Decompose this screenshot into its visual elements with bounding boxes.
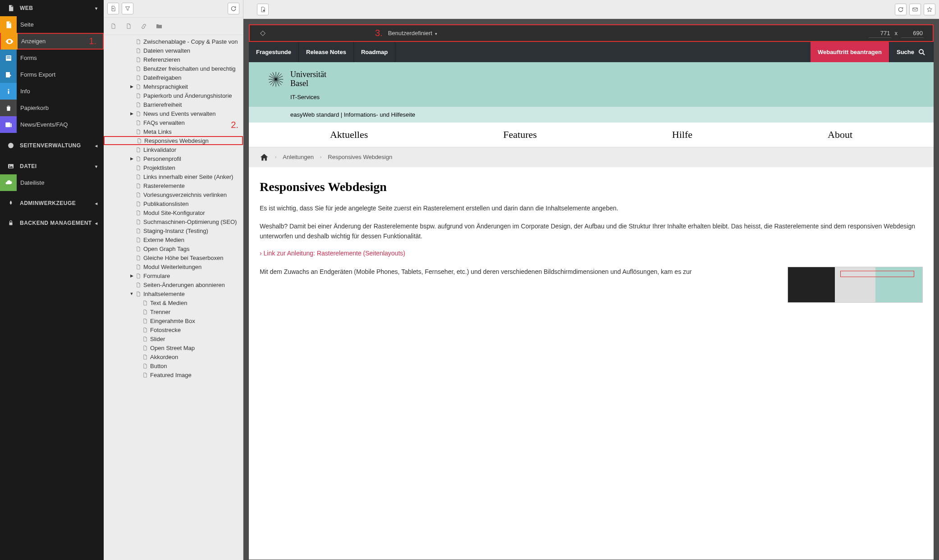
tree-item[interactable]: Open Graph Tags (104, 244, 243, 253)
site-mainnav: Aktuelles Features Hilfe About (249, 123, 934, 147)
new-page-button[interactable] (107, 3, 119, 14)
tree-item[interactable]: Publikationslisten (104, 199, 243, 208)
viewport-mode-select[interactable]: Benutzerdefiniert▾ (388, 30, 437, 36)
sidebar-item-news[interactable]: News/Events/FAQ (0, 116, 104, 133)
file-icon (142, 363, 148, 369)
file-icon (135, 264, 141, 270)
home-icon[interactable] (260, 153, 269, 162)
site-nav: Fragestunde Release Notes Roadmap Webauf… (249, 42, 934, 62)
mainnav-aktuelles[interactable]: Aktuelles (330, 129, 368, 141)
sidebar-section-adminwerkzeuge[interactable]: ADMINWERKZEUGE ◂ (0, 196, 104, 211)
mail-button[interactable] (909, 4, 921, 15)
breadcrumb-item[interactable]: Anleitungen (283, 154, 314, 160)
open-page-button[interactable] (257, 4, 269, 15)
tree-item[interactable]: Eingerahmte Box (104, 316, 243, 325)
tree-item[interactable]: Gleiche Höhe bei Teaserboxen (104, 253, 243, 262)
sidebar-item-forms[interactable]: Forms (0, 50, 104, 66)
tree-item[interactable]: Featured Image (104, 370, 243, 379)
tree-item[interactable]: Externe Medien (104, 235, 243, 244)
viewport-height-input[interactable] (901, 29, 924, 38)
tree-item[interactable]: ▶News und Events verwalten (104, 109, 243, 118)
tree-item[interactable]: Meta Links (104, 127, 243, 136)
tree-item[interactable]: Dateifreigaben (104, 73, 243, 82)
tree-item[interactable]: Modul Site-Konfigurator (104, 208, 243, 217)
sidebar-item-seite[interactable]: Seite (0, 16, 104, 33)
sidebar-section-seitenverwaltung[interactable]: SEITENVERWALTUNG ◂ (0, 137, 104, 154)
content-link[interactable]: Link zur Anleitung: Rasterelemente (Seit… (260, 250, 405, 257)
tree-item[interactable]: ▶Personenprofil (104, 154, 243, 163)
viewport-width-input[interactable] (869, 29, 891, 38)
tree-item[interactable]: ▶Formulare (104, 271, 243, 280)
sidebar-item-dateiliste[interactable]: Dateiliste (0, 174, 104, 191)
tree-expander[interactable]: ▶ (128, 156, 135, 161)
tree-item-label: Projektlisten (143, 164, 175, 171)
mainnav-about[interactable]: About (828, 129, 852, 141)
sidebar-item-info[interactable]: Info (0, 83, 104, 100)
tree-item[interactable]: Text & Medien (104, 298, 243, 307)
file-icon[interactable] (107, 20, 119, 32)
rotate-icon[interactable] (259, 29, 267, 37)
tree-expander[interactable]: ▶ (128, 273, 135, 278)
nav-webauftritt[interactable]: Webauftritt beantragen (811, 42, 889, 62)
sidebar-section-backend[interactable]: BACKEND MANAGEMENT ◂ (0, 215, 104, 231)
tree-item[interactable]: Projektlisten (104, 163, 243, 172)
nav-suche[interactable]: Suche (889, 42, 934, 62)
tree-item-label: Button (150, 363, 167, 369)
tree-item[interactable]: FAQs verwalten (104, 118, 243, 127)
tree-item[interactable]: Fotostrecke (104, 325, 243, 334)
nav-release-notes[interactable]: Release Notes (299, 42, 354, 62)
nav-fragestunde[interactable]: Fragestunde (249, 42, 299, 62)
tree-item[interactable]: Suchmaschinen-Optimierung (SEO) (104, 217, 243, 226)
tree-item[interactable]: Rasterelemente (104, 181, 243, 190)
link-icon[interactable] (138, 20, 150, 32)
sidebar-item-anzeigen[interactable]: Anzeigen 1. (0, 33, 104, 50)
file-icon (135, 65, 141, 72)
file-icon (142, 372, 148, 378)
sidebar-item-papierkorb[interactable]: Papierkorb (0, 100, 104, 116)
file-icon (142, 354, 148, 360)
viewport-bar[interactable]: 3. Benutzerdefiniert▾ x (249, 24, 934, 42)
file-icon (135, 110, 141, 117)
tree-item[interactable]: Dateien verwalten (104, 46, 243, 55)
sidebar-section-datei[interactable]: DATEI ▾ (0, 158, 104, 174)
tree-expander[interactable]: ▶ (128, 84, 135, 89)
tree-item[interactable]: Benutzer freischalten und berechtig (104, 64, 243, 73)
breadcrumb-item: Responsives Webdesign (328, 154, 392, 160)
tree-item[interactable]: Akkordeon (104, 352, 243, 361)
tree-item[interactable]: Responsives Webdesign (104, 136, 243, 145)
mainnav-hilfe[interactable]: Hilfe (672, 129, 692, 141)
tree-item[interactable]: ▶Mehrsprachigkeit (104, 82, 243, 91)
tree-item[interactable]: Button (104, 361, 243, 370)
tree-item[interactable]: Vorlesungsverzeichnis verlinken (104, 190, 243, 199)
refresh-preview-button[interactable] (895, 4, 907, 15)
mainnav-features[interactable]: Features (503, 129, 537, 141)
tree-item[interactable]: Slider (104, 334, 243, 343)
favorite-button[interactable] (924, 4, 935, 15)
sidebar-section-web[interactable]: WEB ▾ (0, 0, 104, 16)
tree-item[interactable]: Staging-Instanz (Testing) (104, 226, 243, 235)
tree-item[interactable]: Seiten-Änderungen abonnieren (104, 280, 243, 289)
tree-expander[interactable]: ▼ (128, 291, 135, 296)
sidebar-item-forms-export[interactable]: Forms Export (0, 66, 104, 83)
tree-item[interactable]: Barrierefreiheit (104, 100, 243, 109)
tree-item[interactable]: Zwischenablage - Copy & Paste von (104, 37, 243, 46)
refresh-button[interactable] (228, 3, 239, 14)
tree-expander[interactable]: ▶ (128, 111, 135, 116)
tree-item-label: Formulare (143, 273, 170, 279)
tree-item[interactable]: Links innerhalb einer Seite (Anker) (104, 172, 243, 181)
search-icon (918, 48, 926, 56)
form-icon (0, 50, 17, 66)
tree-item[interactable]: Referenzieren (104, 55, 243, 64)
filter-button[interactable] (122, 3, 133, 14)
tree-item[interactable]: Trenner (104, 307, 243, 316)
tree-item[interactable]: ▼Inhaltselemente (104, 289, 243, 298)
tree-item[interactable]: Linkvalidator (104, 145, 243, 154)
export-file-icon[interactable] (123, 20, 134, 32)
news-icon (0, 116, 17, 133)
nav-roadmap[interactable]: Roadmap (354, 42, 395, 62)
tree-item[interactable]: Papierkorb und Änderungshistorie (104, 91, 243, 100)
file-icon (135, 146, 141, 153)
folder-icon[interactable] (153, 20, 165, 32)
tree-item[interactable]: Open Street Map (104, 343, 243, 352)
tree-item[interactable]: Modul Weiterleitungen (104, 262, 243, 271)
